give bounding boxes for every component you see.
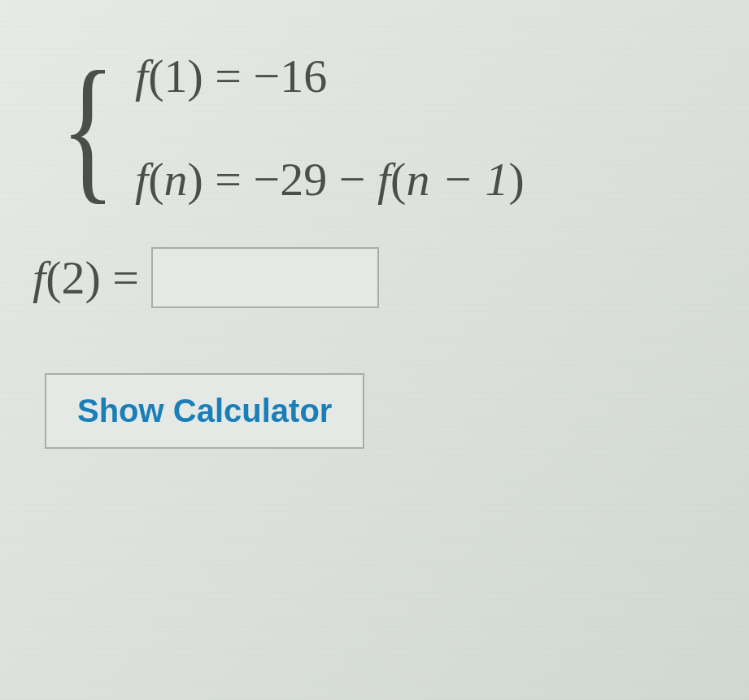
eq2-func: f (135, 153, 148, 206)
q-func: f (33, 251, 46, 304)
left-brace-icon: { (60, 59, 115, 197)
eq2-rarg: n − 1 (406, 153, 508, 206)
answer-input[interactable] (151, 247, 379, 308)
equation-1: f(1) = −16 (135, 49, 525, 103)
equation-2: f(n) = −29 − f(n − 1) (135, 152, 525, 207)
eq2-arg: n (163, 153, 187, 206)
eq1-arg: 1 (163, 50, 187, 102)
piecewise-system: { f(1) = −16 f(n) = −29 − f(n − 1) (49, 49, 716, 207)
q-arg: 2 (61, 251, 85, 304)
show-calculator-button[interactable]: Show Calculator (45, 373, 364, 449)
eq2-const: −29 (254, 153, 328, 206)
eq1-func: f (135, 50, 148, 102)
answer-row: f(2) = (33, 247, 716, 308)
equations-group: f(1) = −16 f(n) = −29 − f(n − 1) (135, 49, 525, 207)
answer-label: f(2) = (33, 250, 139, 305)
eq1-rhs: −16 (254, 50, 328, 102)
eq2-rfunc: f (377, 153, 390, 206)
